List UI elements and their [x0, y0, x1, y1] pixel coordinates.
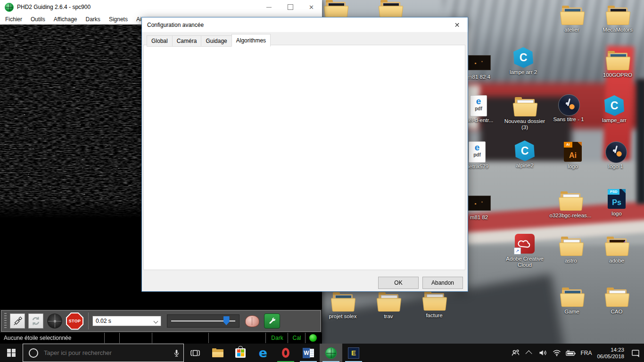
- slider-handle[interactable]: [223, 316, 230, 325]
- taskbar-app-file-explorer[interactable]: [206, 344, 229, 362]
- desktop-icon-lampe_arr[interactable]: Clampe_arr: [592, 95, 637, 123]
- close-button[interactable]: ✕: [301, 0, 322, 14]
- desktop-icon-atelier[interactable]: atelier: [549, 5, 594, 33]
- desktop-icon-facture[interactable]: efacture: [412, 290, 457, 319]
- desktop-icon-trav[interactable]: trav: [366, 291, 411, 320]
- tray-chevron-up-icon[interactable]: [523, 351, 536, 355]
- folder-paper-glyph: [605, 287, 628, 307]
- folder-dark-glyph: [606, 5, 629, 25]
- desktop-icon-projet-solex[interactable]: projet solex: [320, 291, 365, 320]
- desktop-icon-label: projet solex: [320, 313, 365, 320]
- menu-darks[interactable]: Darks: [82, 16, 105, 23]
- system-tray: FRA 14:23 06/05/2018: [508, 344, 644, 362]
- desktop-icon-adobe[interactable]: adobe: [594, 236, 639, 264]
- dialog-titlebar: Configuration avancée: [142, 17, 468, 32]
- people-icon[interactable]: [508, 349, 523, 357]
- folder-front: [606, 57, 631, 70]
- folder-photo-glyph: [606, 50, 629, 71]
- language-indicator[interactable]: FRA: [578, 350, 594, 356]
- wifi-icon[interactable]: [550, 349, 563, 356]
- desktop-icon-game[interactable]: Game: [549, 287, 594, 315]
- folder-pdf-glyph: e: [423, 290, 446, 311]
- desktop-icon-label: Game: [549, 309, 594, 315]
- connect-equipment-button[interactable]: [10, 313, 25, 329]
- microphone-icon[interactable]: [169, 349, 183, 357]
- desktop-icon-adobe-cc[interactable]: ↗Adobe CreativeCloud: [502, 234, 547, 268]
- folder-front: [605, 293, 630, 307]
- cura-file-icon: C: [604, 95, 624, 116]
- desktop-icon-lampe-arr-2[interactable]: Clampe arr 2: [501, 47, 546, 75]
- taskbar-app-task-view[interactable]: [184, 344, 206, 362]
- ok-button[interactable]: OK: [378, 277, 419, 289]
- algorithms-tab-page: [143, 45, 465, 270]
- desktop-icon-cao[interactable]: CAO: [594, 287, 639, 315]
- camera-setup-icon[interactable]: [264, 313, 280, 329]
- tab-algorithmes[interactable]: Algorithmes: [231, 34, 271, 47]
- statusbar-divider: [119, 333, 120, 343]
- tab-global[interactable]: Global: [147, 35, 173, 47]
- maximize-button[interactable]: [280, 0, 301, 14]
- phd2-titlebar: PHD2 Guiding 2.6.4 - spc900 ✕: [0, 0, 322, 14]
- minimize-button[interactable]: [258, 0, 280, 14]
- desktop-icon-mecamotors[interactable]: MecaMotors: [595, 5, 640, 33]
- folder-photo-glyph: [561, 287, 583, 307]
- desktop-icon-nouveau-dossier-3[interactable]: Nouveau dossier(3): [502, 96, 547, 131]
- cancel-button[interactable]: Abandon: [422, 277, 463, 289]
- e-app-icon: E: [348, 347, 359, 359]
- taskbar-app-microsoft-store[interactable]: [229, 344, 252, 362]
- desktop-icon-100gopro[interactable]: 100GOPRO: [595, 50, 640, 78]
- tab-camera[interactable]: Caméra: [172, 35, 202, 47]
- statusbar-divider: [208, 333, 209, 343]
- search-input[interactable]: [43, 349, 169, 357]
- tab-guidage[interactable]: Guidage: [201, 35, 231, 47]
- taskbar-clock[interactable]: 14:23 06/05/2018: [594, 346, 627, 360]
- toolbar-grip[interactable]: [4, 313, 7, 329]
- action-center-icon[interactable]: [627, 349, 644, 357]
- desktop-icon-label: CAO: [594, 309, 639, 315]
- folder-paper-glyph: [377, 291, 400, 312]
- cura-file-icon: C: [513, 47, 533, 68]
- taskbar-app-phd2[interactable]: [320, 344, 342, 362]
- taskbar-app-opera[interactable]: [274, 344, 297, 362]
- stop-button[interactable]: STOP: [66, 313, 83, 330]
- clock-date: 06/05/2018: [597, 354, 624, 359]
- start-button[interactable]: [0, 344, 23, 362]
- battery-icon[interactable]: [563, 349, 578, 357]
- cura-glyph: C: [512, 47, 535, 68]
- dialog-tabs: Global Caméra Guidage Algorithmes: [147, 34, 270, 47]
- menu-affichage[interactable]: Affichage: [50, 16, 82, 23]
- toolbar-separator: [88, 313, 89, 329]
- taskbar-app-edge[interactable]: e: [252, 344, 274, 362]
- dialog-close-button[interactable]: ✕: [446, 17, 468, 32]
- taskbar-app-e-app[interactable]: E: [342, 344, 365, 362]
- phd2-statusbar: Aucune étoile selectionnée Dark Cal: [0, 333, 322, 343]
- auto-select-star-icon[interactable]: [47, 313, 63, 329]
- creative-cloud-icon: ↗: [515, 234, 535, 254]
- loop-exposures-button[interactable]: [28, 313, 43, 329]
- desktop-icon-astro[interactable]: astro: [548, 236, 594, 264]
- desktop-icon-logo-ai[interactable]: AlAilogo: [550, 141, 595, 170]
- menu-fichier[interactable]: Fichier: [1, 16, 26, 23]
- desktop-icon-sans-titre-1[interactable]: Sans titre - 1: [546, 94, 591, 123]
- taskbar-search[interactable]: [23, 344, 184, 362]
- loop-icon: [31, 316, 41, 326]
- desktop-icon-alpine2[interactable]: Calpine2: [502, 140, 547, 169]
- desktop-icon-logo-psd[interactable]: PSDPslogo: [594, 189, 639, 217]
- brain-advanced-settings-icon[interactable]: [245, 315, 259, 327]
- desktop-icon-logo-1[interactable]: logo 1: [593, 141, 638, 170]
- phd2-toolbar: STOP 0.02 s: [1, 310, 321, 332]
- menu-outils[interactable]: Outils: [26, 16, 50, 23]
- menu-signets[interactable]: Signets: [105, 16, 132, 23]
- taskbar-app-word[interactable]: W: [297, 344, 320, 362]
- volume-icon[interactable]: [536, 349, 550, 357]
- stretch-slider[interactable]: [167, 314, 239, 328]
- exposure-select[interactable]: 0.02 s: [92, 316, 161, 326]
- desktop-icon-label: Sans titre - 1: [546, 116, 591, 123]
- round-logo-glyph: [557, 94, 580, 115]
- round-logo-glyph: [604, 141, 627, 162]
- desktop-icon-label: 100GOPRO: [595, 72, 640, 78]
- desktop-icon-o323bgc[interactable]: o323bgc-releas...: [548, 190, 593, 219]
- desktop-icon-label: lampe_arr: [592, 117, 637, 123]
- statusbar-divider: [265, 333, 266, 343]
- desktop-icon-label: adobe: [594, 258, 639, 264]
